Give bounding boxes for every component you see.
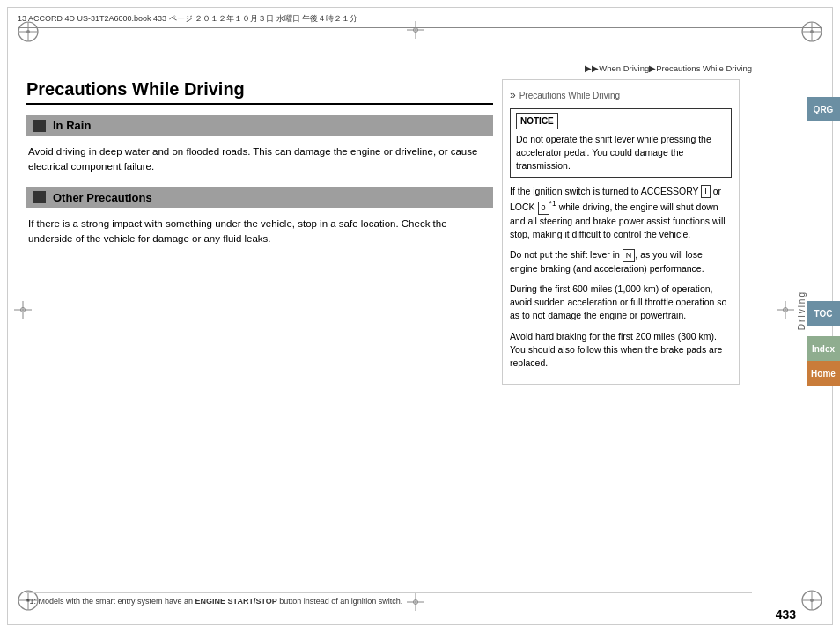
section-body-in-rain: Avoid driving in deep water and on flood…	[26, 144, 493, 175]
crosshair-right	[775, 299, 796, 320]
sidebar-right: QRG TOC Index Home	[807, 97, 840, 386]
right-panel-title: Precautions While Driving	[510, 87, 732, 103]
sidebar-btn-home[interactable]: Home	[807, 361, 840, 386]
right-panel-para-0: If the ignition switch is turned to ACCE…	[510, 185, 732, 241]
breadcrumb: ▶▶When Driving▶Precautions While Driving	[585, 63, 752, 73]
footer-note-text: *1: Models with the smart entry system h…	[26, 597, 402, 606]
notice-text: Do not operate the shift lever while pre…	[516, 133, 726, 173]
corner-decoration-br	[799, 588, 824, 613]
section-icon-in-rain	[33, 120, 46, 132]
svg-point-15	[810, 599, 814, 602]
sidebar-btn-index[interactable]: Index	[807, 336, 840, 361]
section-icon-other-precautions	[33, 191, 46, 203]
section-title-in-rain: In Rain	[53, 119, 91, 132]
section-in-rain-header: In Rain	[26, 115, 493, 136]
breadcrumb-text: ▶▶When Driving▶Precautions While Driving	[585, 63, 752, 73]
crosshair-left	[12, 299, 33, 320]
metadata-text: 13 ACCORD 4D US-31T2A6000.book 433 ページ ２…	[18, 13, 357, 25]
corner-decoration-tr	[799, 19, 824, 44]
corner-decoration-tl	[16, 19, 41, 44]
driving-label: Driving	[797, 290, 807, 330]
sidebar-btn-qrg[interactable]: QRG	[807, 97, 840, 121]
section-other-precautions-header: Other Precautions	[26, 187, 493, 208]
section-title-other-precautions: Other Precautions	[53, 191, 152, 204]
sidebar-btn-toc[interactable]: TOC	[807, 301, 840, 326]
key-ref-lock: 0	[538, 202, 549, 215]
right-panel-para-3: Avoid hard braking for the first 200 mil…	[510, 330, 732, 371]
main-content: Precautions While Driving In Rain Avoid …	[26, 79, 493, 259]
notice-box: NOTICE Do not operate the shift lever wh…	[510, 108, 732, 178]
right-panel-para-2: During the first 600 miles (1,000 km) of…	[510, 283, 732, 323]
notice-label: NOTICE	[516, 113, 558, 129]
section-body-other-precautions: If there is a strong impact with somethi…	[26, 217, 493, 247]
svg-point-7	[810, 30, 814, 33]
page-title: Precautions While Driving	[26, 79, 493, 105]
key-ref-accessory: I	[701, 185, 711, 198]
footer-note: *1: Models with the smart entry system h…	[26, 592, 752, 606]
page-number: 433	[776, 607, 796, 621]
right-panel: Precautions While Driving NOTICE Do not …	[502, 79, 740, 385]
right-panel-para-1: Do not put the shift lever in N, as you …	[510, 248, 732, 276]
svg-point-3	[26, 30, 30, 33]
crosshair-top	[405, 19, 426, 40]
key-ref-n: N	[623, 249, 636, 262]
